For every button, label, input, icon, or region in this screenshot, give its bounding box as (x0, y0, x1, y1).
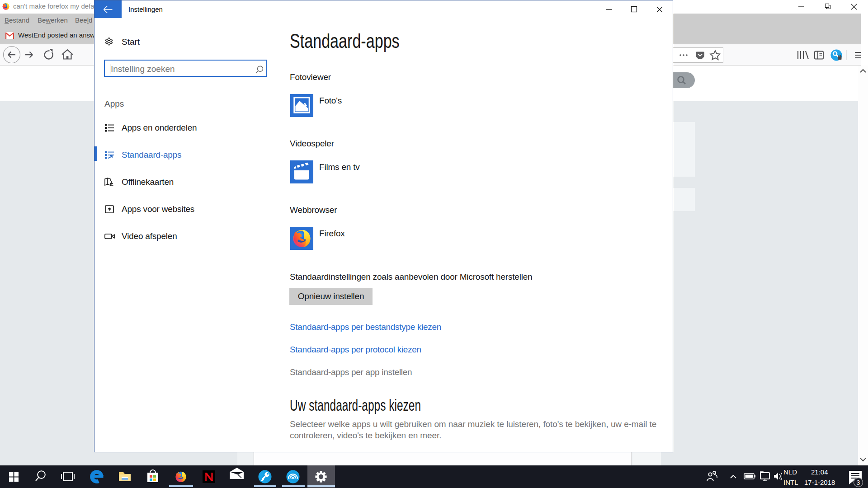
svg-text:3: 3 (857, 479, 860, 486)
